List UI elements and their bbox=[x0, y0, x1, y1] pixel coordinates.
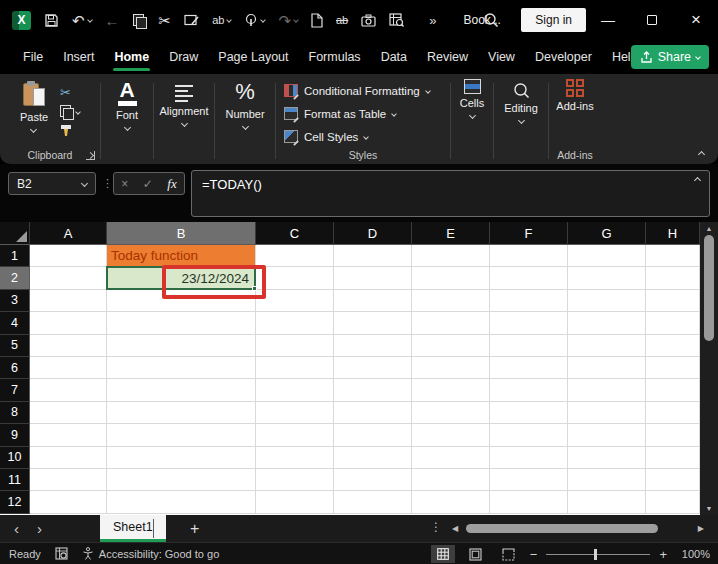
chevron-down-icon[interactable] bbox=[180, 120, 187, 127]
cell-E4[interactable] bbox=[412, 312, 490, 334]
vertical-scrollbar-thumb[interactable] bbox=[704, 235, 714, 341]
touch-mouse-mode-icon[interactable] bbox=[244, 13, 265, 27]
cell-G8[interactable] bbox=[568, 402, 646, 424]
cell-H4[interactable] bbox=[646, 312, 700, 334]
cell-A5[interactable] bbox=[30, 335, 107, 357]
cancel-formula-icon[interactable]: × bbox=[121, 177, 128, 191]
cell-F6[interactable] bbox=[490, 357, 568, 379]
cell-C4[interactable] bbox=[256, 312, 334, 334]
font-group[interactable]: A Font bbox=[101, 74, 153, 164]
cell-H12[interactable] bbox=[646, 491, 700, 513]
row-header-1[interactable]: 1 bbox=[0, 245, 30, 267]
formula-input[interactable]: =TODAY() bbox=[191, 170, 710, 217]
column-header-d[interactable]: D bbox=[334, 222, 412, 245]
scroll-up-icon[interactable]: ▲ bbox=[700, 225, 718, 232]
prev-sheet-icon[interactable]: ‹ bbox=[14, 520, 19, 537]
cell-G3[interactable] bbox=[568, 290, 646, 312]
menu-tab-data[interactable]: Data bbox=[371, 40, 417, 74]
cell-A2[interactable] bbox=[30, 267, 107, 289]
menu-tab-insert[interactable]: Insert bbox=[53, 40, 104, 74]
cell-F11[interactable] bbox=[490, 469, 568, 491]
row-header-8[interactable]: 8 bbox=[0, 402, 30, 424]
cell-D2[interactable] bbox=[334, 267, 412, 289]
cell-B8[interactable] bbox=[107, 402, 256, 424]
cell-F3[interactable] bbox=[490, 290, 568, 312]
editing-group[interactable]: Editing bbox=[494, 74, 548, 164]
cell-D9[interactable] bbox=[334, 424, 412, 446]
cell-D3[interactable] bbox=[334, 290, 412, 312]
menu-tab-file[interactable]: File bbox=[13, 40, 53, 74]
cell-D6[interactable] bbox=[334, 357, 412, 379]
cell-A12[interactable] bbox=[30, 491, 107, 513]
cell-C6[interactable] bbox=[256, 357, 334, 379]
chevron-down-icon[interactable] bbox=[81, 180, 88, 187]
close-button[interactable]: × bbox=[674, 0, 718, 40]
zoom-slider[interactable] bbox=[546, 554, 650, 555]
add-sheet-button[interactable]: + bbox=[190, 515, 199, 542]
row-header-9[interactable]: 9 bbox=[0, 424, 30, 446]
cell-F4[interactable] bbox=[490, 312, 568, 334]
cell-G9[interactable] bbox=[568, 424, 646, 446]
copy-button[interactable] bbox=[60, 104, 80, 119]
cell-C11[interactable] bbox=[256, 469, 334, 491]
table-search-icon[interactable] bbox=[389, 13, 404, 27]
zoom-level[interactable]: 100% bbox=[676, 548, 710, 560]
cell-H8[interactable] bbox=[646, 402, 700, 424]
cell-B12[interactable] bbox=[107, 491, 256, 513]
cell-F10[interactable] bbox=[490, 447, 568, 469]
cell-D1[interactable] bbox=[334, 245, 412, 267]
cell-E6[interactable] bbox=[412, 357, 490, 379]
cell-A11[interactable] bbox=[30, 469, 107, 491]
zoom-in-button[interactable]: + bbox=[659, 547, 667, 562]
cell-G2[interactable] bbox=[568, 267, 646, 289]
scroll-left-icon[interactable]: ◀ bbox=[452, 524, 458, 533]
row-header-2[interactable]: 2 bbox=[0, 267, 30, 289]
chevron-down-icon[interactable] bbox=[87, 17, 93, 23]
chevron-down-icon[interactable] bbox=[261, 17, 267, 23]
cell-B7[interactable] bbox=[107, 379, 256, 401]
cell-B11[interactable] bbox=[107, 469, 256, 491]
menu-tab-home[interactable]: Home bbox=[104, 40, 159, 74]
cell-B9[interactable] bbox=[107, 424, 256, 446]
cell-A7[interactable] bbox=[30, 379, 107, 401]
cell-E3[interactable] bbox=[412, 290, 490, 312]
maximize-button[interactable] bbox=[630, 0, 674, 40]
cell-H3[interactable] bbox=[646, 290, 700, 312]
cell-B2[interactable]: 23/12/2024 bbox=[107, 267, 256, 289]
menu-tab-developer[interactable]: Developer bbox=[525, 40, 602, 74]
cell-H10[interactable] bbox=[646, 447, 700, 469]
enter-formula-icon[interactable]: ✓ bbox=[143, 177, 153, 191]
cell-G6[interactable] bbox=[568, 357, 646, 379]
cell-G5[interactable] bbox=[568, 335, 646, 357]
new-file-icon[interactable] bbox=[311, 13, 323, 28]
cell-B6[interactable] bbox=[107, 357, 256, 379]
cell-E12[interactable] bbox=[412, 491, 490, 513]
column-header-g[interactable]: G bbox=[568, 222, 646, 245]
cell-B5[interactable] bbox=[107, 335, 256, 357]
cell-B1[interactable]: Today function bbox=[107, 245, 256, 267]
menu-tab-view[interactable]: View bbox=[478, 40, 525, 74]
save-icon[interactable] bbox=[44, 13, 59, 28]
cell-B3[interactable] bbox=[107, 290, 256, 312]
cell-D5[interactable] bbox=[334, 335, 412, 357]
menu-tab-draw[interactable]: Draw bbox=[159, 40, 208, 74]
fill-handle[interactable] bbox=[252, 286, 257, 291]
cell-H2[interactable] bbox=[646, 267, 700, 289]
sign-in-button[interactable]: Sign in bbox=[521, 8, 586, 32]
copy-icon[interactable] bbox=[133, 14, 146, 27]
cells-group[interactable]: Cells bbox=[451, 74, 493, 164]
number-group[interactable]: % Number bbox=[215, 74, 275, 164]
format-painter-button[interactable] bbox=[60, 123, 80, 138]
column-header-b[interactable]: B bbox=[107, 222, 256, 245]
cell-G7[interactable] bbox=[568, 379, 646, 401]
cell-G11[interactable] bbox=[568, 469, 646, 491]
redo-button[interactable]: ↷ bbox=[278, 13, 298, 28]
cell-G4[interactable] bbox=[568, 312, 646, 334]
horizontal-scrollbar-thumb[interactable] bbox=[466, 524, 658, 533]
cell-E7[interactable] bbox=[412, 379, 490, 401]
page-layout-view-button[interactable] bbox=[464, 545, 488, 563]
strikethrough-icon[interactable]: ab bbox=[336, 15, 348, 26]
cell-E1[interactable] bbox=[412, 245, 490, 267]
sheet-tab-sheet1[interactable]: Sheet1 bbox=[100, 515, 166, 542]
cell-F9[interactable] bbox=[490, 424, 568, 446]
